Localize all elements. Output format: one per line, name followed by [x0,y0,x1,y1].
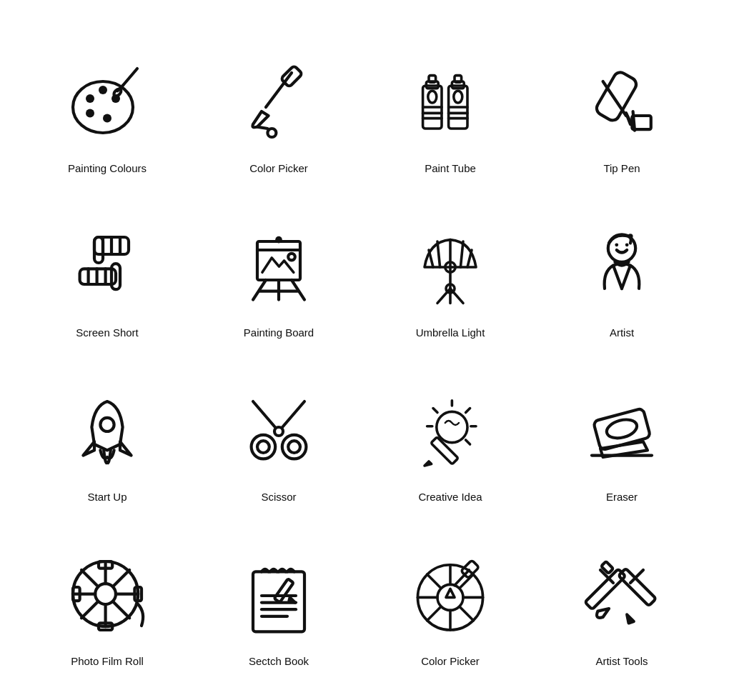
cell-photo-film-roll: Photo Film Roll [29,518,186,675]
svg-rect-21 [455,75,462,82]
label-color-picker-2: Color Picker [421,654,480,669]
label-tip-pen: Tip Pen [603,161,640,176]
cell-creative-idea: Creative Idea [372,354,529,511]
cell-umbrella-light: Umbrella Light [372,189,529,346]
label-umbrella-light: Umbrella Light [416,326,485,340]
svg-line-6 [123,69,137,86]
icon-color-picker-2 [400,546,500,646]
label-start-up: Start Up [87,490,127,504]
svg-point-73 [437,411,467,442]
icon-color-picker [229,53,329,153]
svg-rect-15 [429,75,436,82]
icon-creative-idea [400,381,500,481]
svg-point-63 [615,243,618,246]
cell-color-picker: Color Picker [200,25,357,182]
svg-point-68 [252,434,276,459]
svg-point-62 [628,234,633,239]
label-painting-board: Painting Board [244,326,314,340]
svg-point-64 [625,243,629,246]
icon-tip-pen [572,53,672,153]
svg-line-66 [622,265,630,288]
svg-point-71 [257,441,269,453]
icon-paint-tube [400,53,500,153]
svg-line-12 [257,126,267,128]
icon-painting-colours [57,53,157,153]
svg-rect-10 [281,65,303,87]
icon-artist [572,217,672,317]
cell-start-up: Start Up [29,354,186,511]
svg-point-26 [454,91,462,103]
cell-eraser: Eraser [543,354,700,511]
svg-line-51 [437,241,440,267]
cell-screen-short: Screen Short [29,189,186,346]
cell-painting-board: Painting Board [200,189,357,346]
svg-line-78 [433,408,437,412]
svg-point-67 [100,417,114,431]
icon-start-up [57,381,157,481]
svg-line-57 [450,289,463,303]
svg-line-113 [427,606,441,620]
icon-artist-tools [572,546,672,646]
icon-painting-board [229,217,329,317]
svg-line-31 [603,81,626,116]
label-scissor: Scissor [261,490,296,504]
svg-line-93 [81,601,98,618]
cell-painting-colours: Painting Colours [29,25,186,182]
cell-artist-tools: Artist Tools [543,518,700,675]
svg-line-80 [466,440,470,444]
svg-point-48 [275,236,282,243]
cell-artist: Artist [543,189,700,346]
svg-line-91 [113,601,129,618]
icon-screen-short [57,217,157,317]
svg-line-54 [467,250,472,267]
label-artist: Artist [610,326,634,340]
svg-point-72 [288,441,300,453]
svg-point-1 [86,94,94,103]
svg-point-69 [282,434,307,459]
svg-line-9 [266,73,292,107]
svg-line-52 [460,241,463,267]
label-painting-colours: Painting Colours [68,161,147,176]
cell-color-picker-2: Color Picker [372,518,529,675]
svg-point-70 [274,427,283,436]
label-paint-tube: Paint Tube [425,161,476,176]
label-eraser: Eraser [606,490,638,504]
icon-grid: Painting Colours Color Picker [7,4,722,696]
label-sectch-book: Sectch Book [249,654,309,669]
label-artist-tools: Artist Tools [595,654,648,669]
svg-line-65 [613,265,622,288]
svg-point-11 [267,129,276,137]
cell-sectch-book: Sectch Book [200,518,357,675]
svg-point-82 [605,416,639,441]
svg-point-4 [86,109,94,117]
cell-paint-tube: Paint Tube [372,25,529,182]
svg-point-5 [103,114,111,122]
icon-sectch-book [229,546,329,646]
label-photo-film-roll: Photo Film Roll [71,654,144,669]
svg-line-53 [429,250,433,267]
svg-line-76 [466,408,470,412]
cell-scissor: Scissor [200,354,357,511]
icon-umbrella-light [400,217,500,317]
svg-line-90 [81,570,98,586]
label-screen-short: Screen Short [76,326,139,340]
icon-eraser [572,381,672,481]
svg-line-92 [113,570,129,586]
svg-point-44 [288,253,295,260]
cell-tip-pen: Tip Pen [543,25,700,182]
icon-photo-film-roll [57,546,157,646]
svg-line-111 [460,606,473,620]
label-color-picker: Color Picker [249,161,308,176]
svg-line-56 [437,289,450,303]
svg-point-25 [428,91,437,103]
svg-line-110 [427,574,441,588]
icon-scissor [229,381,329,481]
svg-point-2 [99,86,107,94]
label-creative-idea: Creative Idea [418,490,482,504]
